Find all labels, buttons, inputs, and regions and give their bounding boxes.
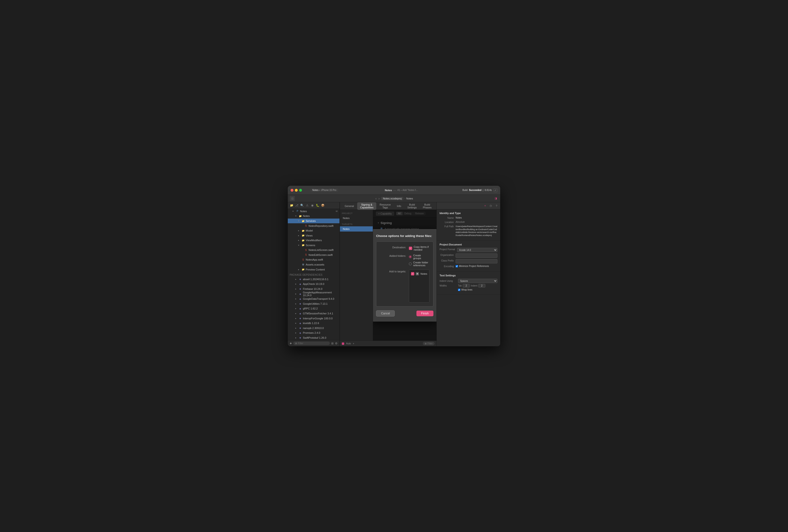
breadcrumb-file[interactable]: Notes.xcodeproj [381, 197, 404, 200]
project-format-select[interactable]: Xcode 14.0 [457, 248, 497, 252]
target-notes-label: Notes [343, 228, 350, 230]
scheme-selector[interactable]: Notes ▸ iPhone 15 Pro [311, 188, 338, 192]
arrow-right-icon: ▸ [298, 268, 300, 271]
tab-build-rules[interactable]: Build Rules [435, 202, 436, 210]
project-notes-item[interactable]: Notes [340, 216, 373, 221]
sidebar-settings-icon[interactable]: ⚙ [335, 342, 338, 345]
main-content: General Signing & Capabilities Resource … [340, 202, 436, 346]
tab-width-input[interactable] [463, 284, 470, 288]
sidebar-pkg-googleutils[interactable]: ▸ ◈ GoogleUtilities 7.13.1 [288, 301, 339, 307]
filter-bottom[interactable]: ⊘ Filter [423, 342, 435, 345]
pkg-icon: ◈ [299, 312, 302, 315]
sidebar-item-noteslist[interactable]: ▸ S NotesListScreen.swift [288, 248, 339, 253]
filter-icon: ⊘ [295, 342, 297, 344]
encoding-checkbox[interactable] [456, 265, 458, 268]
sidebar-pkg-googletransport[interactable]: ▸ ◈ GoogleDataTransport 9.4.0 [288, 296, 339, 301]
sidebar-item-notes-folder[interactable]: ▾ 📁 Notes [288, 214, 339, 219]
target-notes-item[interactable]: Notes [340, 226, 373, 232]
arrow-right-icon: ▸ [295, 317, 298, 320]
folder-icon[interactable]: 📁 [290, 203, 293, 207]
create-groups-radio[interactable] [409, 255, 412, 258]
target-notes-checkbox[interactable]: ✓ [411, 272, 414, 275]
sidebar-pkg-interop[interactable]: ▸ ◈ InteropForGoogle 100.0.0 [288, 316, 339, 321]
tab-general[interactable]: General [342, 204, 357, 209]
tab-label: Tab [458, 284, 462, 287]
close-button[interactable] [291, 189, 293, 192]
new-file-icon[interactable]: + [483, 204, 487, 208]
sidebar-toggle[interactable]: ◫ [290, 196, 295, 201]
noteedit-label: NoteEditScreen.swift [309, 254, 338, 256]
sidebar-root-notes[interactable]: ▾ P Notes M [288, 209, 339, 214]
sidebar-pkg-grpc[interactable]: ▸ ◈ gRPC 1.62.2 [288, 306, 339, 311]
organization-input[interactable] [456, 254, 497, 258]
sidebar-item-views[interactable]: ▸ 📁 Views [288, 233, 339, 238]
noteslist-label: NotesListScreen.swift [309, 249, 338, 251]
tab-build-phases[interactable]: Build Phases [420, 202, 434, 210]
sidebar-sort-icon[interactable]: ⊞ [331, 342, 334, 345]
copy-items-checkbox[interactable]: ✓ [409, 247, 412, 250]
project-format-label: Project Format [439, 248, 455, 251]
indent-width-input[interactable] [478, 284, 485, 288]
pkg-leveldb-label: leveldb 1.22.6 [303, 322, 338, 324]
sidebar-pkg-abseil[interactable]: ▸ ◈ abseil 1.20240116.0.1 [288, 277, 339, 281]
added-folders-content: Create groups Create folder references [409, 254, 429, 267]
package-icon[interactable]: 📦 [321, 203, 324, 207]
sidebar-pkg-gtmsession[interactable]: ▸ ◈ GTMSessionFetcher 3.4.1 [288, 311, 339, 316]
test-icon[interactable]: ◉ [311, 203, 314, 207]
class-prefix-input[interactable] [456, 259, 497, 263]
tab-info[interactable]: Info [394, 204, 404, 209]
sidebar-pkg-promises[interactable]: ▸ ◈ Promises 2.4.0 [288, 331, 339, 335]
help-icon[interactable]: ? [495, 204, 498, 208]
sidebar-pkg-swiftprotobuf[interactable]: ▸ ◈ SwiftProtobuf 1.26.0 [288, 335, 339, 340]
history-icon[interactable]: ◷ [489, 204, 493, 208]
sidebar-item-viewmodifiers[interactable]: ▸ 📁 ViewModifiers [288, 238, 339, 243]
sidebar-item-assets[interactable]: ▸ ⊞ Assets.xcassets [288, 262, 339, 267]
toolbar: ◫ ‹ › Notes.xcodeproj › Notes ◨ [288, 195, 500, 202]
git-icon[interactable]: ⎇ [295, 203, 299, 207]
inspector-icon[interactable]: ◨ [493, 196, 498, 201]
sidebar-item-preview[interactable]: ▸ 📁 Preview Content [288, 267, 339, 272]
forward-arrow[interactable]: › [378, 197, 380, 200]
minimize-button[interactable] [295, 189, 298, 192]
add-file-button[interactable]: + [290, 341, 292, 346]
sidebar-item-notesrepo[interactable]: ▸ S NotesRepository.swift [288, 223, 339, 228]
search-icon[interactable]: 🔍 [300, 203, 304, 207]
breadcrumb-item-notes[interactable]: Notes [406, 197, 413, 200]
sidebar-item-screens[interactable]: ▾ 📁 Screens [288, 243, 339, 248]
zoom-button[interactable] [299, 189, 302, 192]
create-folder-refs-radio[interactable] [409, 262, 412, 265]
sidebar-pkg-appcheck[interactable]: ▸ ◈ AppCheck 10.19.0 [288, 281, 339, 287]
sidebar-item-model[interactable]: ▸ 📁 Model [288, 228, 339, 233]
tab-resource-tags[interactable]: Resource Tags [377, 202, 394, 210]
sidebar-pkg-nanopb[interactable]: ▸ ◈ nanopb 2.30910.0 [288, 326, 339, 331]
debug-icon[interactable]: 🐛 [316, 203, 319, 207]
filter-bar[interactable]: ⊘ Filter [293, 341, 330, 345]
tab-build-settings[interactable]: Build Settings [405, 202, 419, 210]
sidebar-item-noteedit[interactable]: ▸ S NoteEditScreen.swift [288, 253, 339, 257]
sidebar-item-notesapp[interactable]: ▸ S NotesApp.swift [288, 257, 339, 262]
fullpath-value: /Users/peterfriese/Workspace/Content Cre… [456, 225, 497, 237]
organization-label: Organization [439, 254, 454, 256]
finish-button[interactable]: Finish [416, 311, 433, 316]
folder-icon: 📁 [301, 268, 305, 271]
sidebar-pkg-leveldb[interactable]: ▸ ◈ leveldb 1.22.6 [288, 321, 339, 326]
indent-using-select[interactable]: Spaces [458, 279, 497, 283]
location-value: Absolute [456, 221, 497, 223]
cancel-button[interactable]: Cancel [376, 310, 395, 316]
back-arrow[interactable]: ‹ [375, 197, 377, 200]
notesapp-label: NotesApp.swift [306, 258, 338, 261]
pkg-icon: ◈ [299, 327, 302, 330]
arrow-right-icon: ▸ [295, 283, 298, 285]
tab-signing[interactable]: Signing & Capabilities [357, 202, 376, 210]
wrap-lines-label: Wrap lines [461, 289, 472, 291]
root-label: Notes [300, 210, 335, 213]
project-title: Notes [385, 189, 392, 192]
sidebar-pkg-googleapp[interactable]: ▸ ◈ GoogleAppMeasurement 10.24.0 [288, 291, 339, 296]
sidebar-item-services[interactable]: ▾ 📁 Services [288, 219, 339, 223]
sidebar-pkg-firebase[interactable]: ▸ ◈ Firebase 10.24.0 [288, 287, 339, 292]
warning-icon[interactable]: ⚠ [305, 203, 309, 207]
traffic-lights [291, 189, 302, 192]
wrap-lines-checkbox[interactable] [458, 289, 460, 291]
pkg-googletransport-label: GoogleDataTransport 9.4.0 [303, 297, 338, 300]
expand-button[interactable]: ⤢ [494, 188, 497, 192]
